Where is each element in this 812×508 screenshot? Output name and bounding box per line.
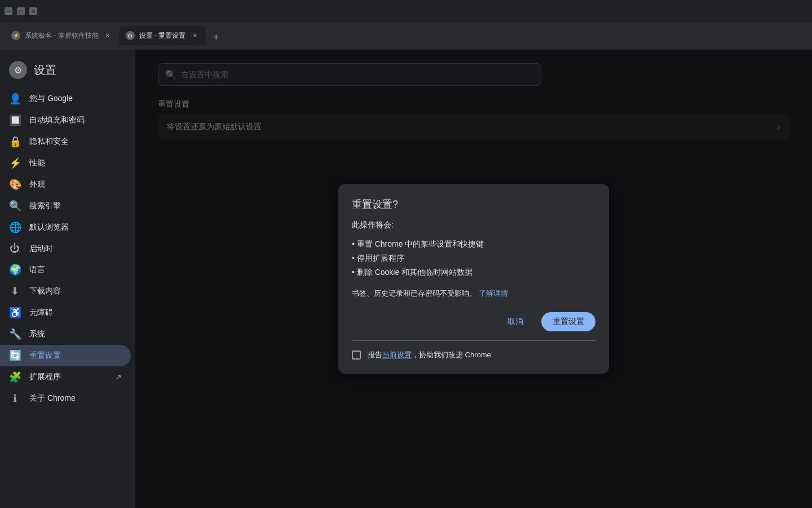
accessibility-icon: ♿ [9,306,20,319]
tab-1[interactable]: ⚡ 系统极客 - 掌握软件技能 ✕ [5,26,119,45]
sidebar-label-autofill: 自动填充和密码 [29,115,122,125]
sidebar-item-google[interactable]: 👤 您与 Google [0,88,131,110]
dialog-overlay: 重置设置? 此操作将会: • 重置 Chrome 中的某些设置和快捷键 • 停用… [135,50,812,508]
window-controls: ─ □ ✕ [5,7,37,15]
sidebar-item-language[interactable]: 🌍 语言 [0,259,131,281]
language-icon: 🌍 [9,264,20,276]
cancel-button[interactable]: 取消 [496,312,535,331]
startup-icon: ⏻ [9,243,20,255]
minimize-button[interactable]: ─ [5,7,12,15]
sidebar-label-default-browser: 默认浏览器 [29,222,122,233]
report-settings-link[interactable]: 当前设置 [382,351,412,359]
external-link-icon: ↗ [115,373,122,382]
sidebar-label-about: 关于 Chrome [29,393,122,404]
sidebar-item-reset[interactable]: 🔄 重置设置 [0,345,131,366]
sidebar-item-accessibility[interactable]: ♿ 无障碍 [0,302,131,323]
downloads-icon: ⬇ [9,285,20,297]
tab2-title: 设置 - 重置设置 [139,31,186,41]
tab1-favicon: ⚡ [11,31,20,40]
sidebar-item-appearance[interactable]: 🎨 外观 [0,174,131,195]
tab2-favicon: ⚙ [126,31,135,40]
sidebar-label-language: 语言 [29,265,122,275]
extensions-sidebar-icon: 🧩 [9,371,20,383]
system-icon: 🔧 [9,328,20,340]
settings-logo-icon: ⚙ [9,61,27,79]
sidebar-item-default-browser[interactable]: 🌐 默认浏览器 [0,217,131,238]
search-engine-icon: 🔍 [9,200,20,212]
new-tab-button[interactable]: + [208,29,224,45]
learn-more-link[interactable]: 了解详情 [479,289,508,297]
settings-layout: ⚙ 设置 👤 您与 Google 🔲 自动填充和密码 🔒 隐私和安全 ⚡ 性能 … [0,50,812,508]
maximize-button[interactable]: □ [17,7,25,15]
dialog-list-item-2: • 停用扩展程序 [352,251,595,265]
browser-chrome: ─ □ ✕ ⚡ 系统极客 - 掌握软件技能 ✕ ⚙ 设置 - 重置设置 ✕ + … [0,0,812,50]
dialog-list: • 重置 Chrome 中的某些设置和快捷键 • 停用扩展程序 • 删除 Coo… [352,237,595,280]
appearance-icon: 🎨 [9,178,20,191]
tabs-bar: ⚡ 系统极客 - 掌握软件技能 ✕ ⚙ 设置 - 重置设置 ✕ + [0,23,812,45]
title-bar: ─ □ ✕ [0,0,812,23]
dialog-list-item-1: • 重置 Chrome 中的某些设置和快捷键 [352,237,595,251]
performance-icon: ⚡ [9,157,20,169]
dialog-subtitle: 此操作将会: [352,220,595,230]
sidebar-item-search[interactable]: 🔍 搜索引擎 [0,195,131,217]
default-browser-icon: 🌐 [9,221,20,234]
sidebar-item-about[interactable]: ℹ 关于 Chrome [0,388,131,409]
dialog-buttons: 取消 重置设置 [352,312,595,331]
main-content: 🔍 重置设置 将设置还原为原始默认设置 › 重置设置? 此操作将会: • 重置 … [135,50,812,508]
sidebar-label-downloads: 下载内容 [29,286,122,296]
dialog-note: 书签、历史记录和已存密码不受影响。 了解详情 [352,288,595,299]
sidebar-label-accessibility: 无障碍 [29,308,122,318]
sidebar-label-appearance: 外观 [29,179,122,190]
report-checkbox[interactable] [352,351,361,360]
tab1-close-button[interactable]: ✕ [103,31,112,40]
sidebar-label-startup: 启动时 [29,244,122,254]
sidebar-label-reset: 重置设置 [29,351,122,361]
sidebar: ⚙ 设置 👤 您与 Google 🔲 自动填充和密码 🔒 隐私和安全 ⚡ 性能 … [0,50,135,508]
sidebar-label-extensions: 扩展程序 [29,372,106,382]
dialog-separator [352,340,595,341]
report-label: 报告当前设置，协助我们改进 Chrome [368,350,491,360]
settings-title: 设置 [34,63,56,78]
tab-2[interactable]: ⚙ 设置 - 重置设置 ✕ [119,26,206,45]
close-button[interactable]: ✕ [29,7,37,15]
sidebar-item-privacy[interactable]: 🔒 隐私和安全 [0,131,131,152]
sidebar-label-privacy: 隐私和安全 [29,137,122,147]
reset-icon: 🔄 [9,349,20,362]
about-icon: ℹ [9,392,20,405]
sidebar-item-system[interactable]: 🔧 系统 [0,323,131,345]
dialog-checkbox-row: 报告当前设置，协助我们改进 Chrome [352,350,595,360]
dialog-title: 重置设置? [352,198,595,211]
dialog-list-item-3: • 删除 Cookie 和其他临时网站数据 [352,265,595,279]
tab2-close-button[interactable]: ✕ [190,31,199,40]
sidebar-label-performance: 性能 [29,158,122,168]
sidebar-header: ⚙ 设置 [0,54,135,88]
sidebar-label-system: 系统 [29,329,122,339]
tab1-title: 系统极客 - 掌握软件技能 [25,31,99,41]
reset-dialog: 重置设置? 此操作将会: • 重置 Chrome 中的某些设置和快捷键 • 停用… [338,184,609,374]
sidebar-item-performance[interactable]: ⚡ 性能 [0,152,131,174]
reset-settings-button[interactable]: 重置设置 [541,312,595,331]
sidebar-item-autofill[interactable]: 🔲 自动填充和密码 [0,110,131,131]
privacy-icon: 🔒 [9,135,20,148]
sidebar-item-downloads[interactable]: ⬇ 下载内容 [0,281,131,302]
sidebar-item-extensions[interactable]: 🧩 扩展程序 ↗ [0,366,131,388]
dialog-note-text: 书签、历史记录和已存密码不受影响。 [352,289,476,297]
sidebar-label-search: 搜索引擎 [29,201,122,211]
sidebar-label-google: 您与 Google [29,94,122,104]
google-icon: 👤 [9,93,20,105]
autofill-icon: 🔲 [9,114,20,126]
sidebar-item-startup[interactable]: ⏻ 启动时 [0,238,131,259]
